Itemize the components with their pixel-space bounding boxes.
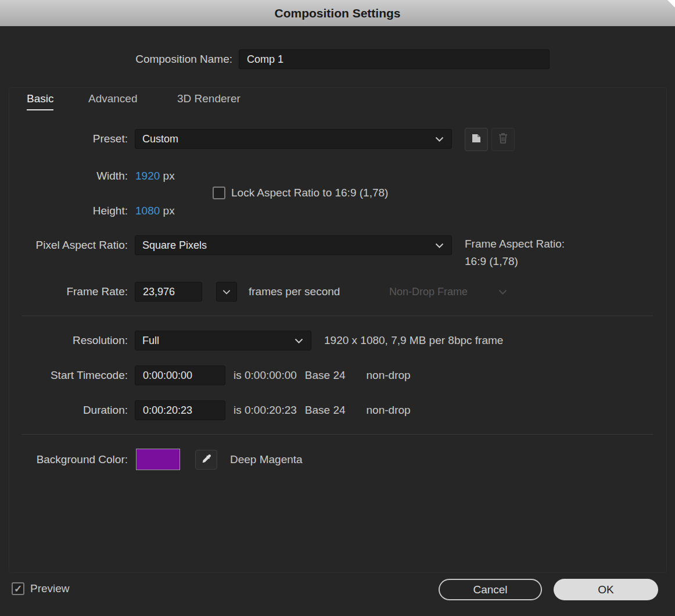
start-timecode-info: is 0:00:00:00Base 24non-drop <box>234 366 411 385</box>
height-unit: px <box>163 205 175 217</box>
frame-rate-suffix: frames per second <box>249 282 340 302</box>
lock-aspect-checkbox[interactable] <box>213 187 225 199</box>
background-color-name: Deep Magenta <box>230 449 303 470</box>
chevron-down-icon <box>222 289 231 295</box>
duration-info: is 0:00:20:23Base 24non-drop <box>234 400 411 420</box>
frame-rate-preset-button[interactable] <box>216 282 237 302</box>
tab-panel <box>9 87 667 573</box>
duration-label: Duration: <box>0 400 128 420</box>
ok-button[interactable]: OK <box>554 579 658 600</box>
start-timecode-drop: non-drop <box>367 369 411 381</box>
width-value[interactable]: 1920 <box>135 170 160 182</box>
tab-basic[interactable]: Basic <box>27 92 53 110</box>
composition-name-label: Composition Name: <box>0 49 232 69</box>
save-preset-icon <box>471 132 482 146</box>
eyedropper-button[interactable] <box>195 450 217 470</box>
preset-value: Custom <box>135 133 435 145</box>
drop-frame-dropdown: Non-Drop Frame <box>382 282 515 302</box>
width-label: Width: <box>0 169 128 184</box>
composition-name-input[interactable] <box>239 49 550 69</box>
chevron-down-icon <box>435 243 444 248</box>
frame-aspect-ratio-value: 16:9 (1,78) <box>465 254 518 269</box>
background-color-swatch[interactable] <box>136 449 180 470</box>
preview-label: Preview <box>30 582 70 596</box>
divider <box>22 316 653 316</box>
frame-rate-input[interactable] <box>135 282 202 302</box>
preset-label: Preset: <box>0 129 128 149</box>
duration-drop: non-drop <box>367 404 411 416</box>
divider <box>22 434 653 435</box>
pixel-aspect-ratio-label: Pixel Aspect Ratio: <box>0 235 128 255</box>
background-color-label: Background Color: <box>0 449 128 470</box>
height-label: Height: <box>0 203 128 219</box>
start-timecode-label: Start Timecode: <box>0 366 128 385</box>
duration-is: is 0:00:20:23 <box>234 404 297 416</box>
frame-aspect-ratio-label: Frame Aspect Ratio: <box>465 237 565 252</box>
delete-preset-button[interactable] <box>491 128 515 151</box>
preset-dropdown[interactable]: Custom <box>135 129 452 149</box>
cancel-button[interactable]: Cancel <box>439 579 542 600</box>
chevron-down-icon <box>498 289 507 295</box>
start-timecode-input[interactable] <box>135 366 225 385</box>
window-corner-notch <box>667 0 675 8</box>
width-value-pair: 1920 px <box>135 169 175 184</box>
duration-input[interactable] <box>135 400 225 420</box>
chevron-down-icon <box>295 338 303 343</box>
tab-advanced[interactable]: Advanced <box>88 92 138 109</box>
dialog-titlebar: Composition Settings <box>0 0 675 26</box>
frame-rate-label: Frame Rate: <box>0 282 128 302</box>
height-value-pair: 1080 px <box>135 203 175 219</box>
resolution-dropdown[interactable]: Full <box>135 331 311 350</box>
resolution-value: Full <box>135 335 295 347</box>
chevron-down-icon <box>435 137 444 142</box>
resolution-info: 1920 x 1080, 7,9 MB per 8bpc frame <box>324 331 503 350</box>
drop-frame-value: Non-Drop Frame <box>382 286 498 298</box>
preview-checkbox[interactable]: ✓ <box>12 582 24 595</box>
save-preset-button[interactable] <box>465 128 488 151</box>
pixel-aspect-ratio-dropdown[interactable]: Square Pixels <box>135 235 452 255</box>
start-timecode-is: is 0:00:00:00 <box>234 369 297 381</box>
lock-aspect-label: Lock Aspect Ratio to 16:9 (1,78) <box>231 186 388 200</box>
composition-settings-dialog: Composition Settings Composition Name: B… <box>0 0 675 616</box>
width-unit: px <box>163 170 175 182</box>
eyedropper-icon <box>201 453 212 467</box>
check-icon: ✓ <box>14 584 22 594</box>
start-timecode-base: Base 24 <box>305 369 346 381</box>
pixel-aspect-ratio-value: Square Pixels <box>135 239 435 252</box>
duration-base: Base 24 <box>305 404 346 416</box>
trash-icon <box>497 132 509 147</box>
dialog-title: Composition Settings <box>275 6 401 20</box>
resolution-label: Resolution: <box>0 331 128 350</box>
height-value[interactable]: 1080 <box>135 205 160 217</box>
tab-3d-renderer[interactable]: 3D Renderer <box>177 92 240 109</box>
